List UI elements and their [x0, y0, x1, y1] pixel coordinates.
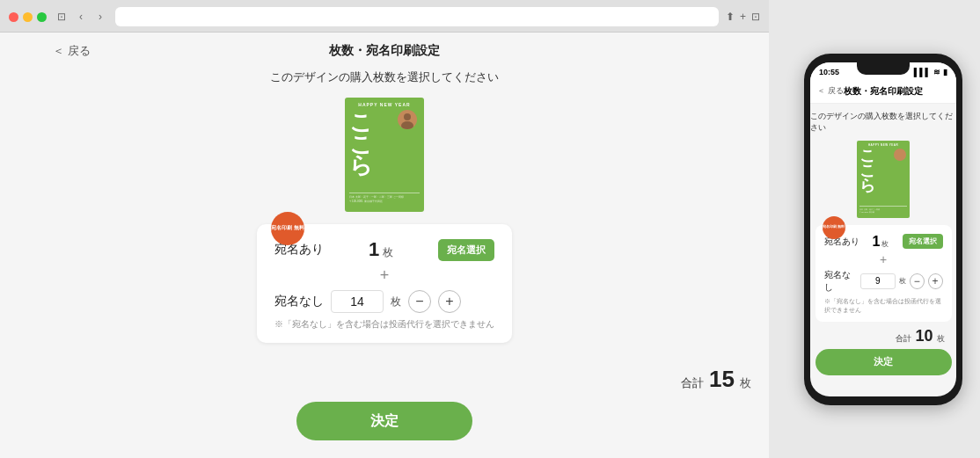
decrement-button[interactable]: −	[408, 290, 431, 313]
add-tab-icon[interactable]: +	[740, 11, 746, 23]
address-select-button[interactable]: 宛名選択	[438, 239, 494, 261]
phone-screen: 10:55 ▌▌▌ ≋ ▮ ＜ 戻る 枚数・宛名印刷設定 このデザインの購入枚数…	[810, 62, 956, 396]
card-year-number: こ こ ら	[349, 112, 372, 177]
decide-button[interactable]: 決定	[296, 402, 472, 440]
phone-subtitle: このデザインの購入枚数を選択してください	[810, 111, 956, 134]
minimize-button[interactable]	[23, 12, 33, 22]
phone-without-unit: 枚	[899, 276, 906, 286]
phone-page-title: 枚数・宛名印刷設定	[844, 85, 923, 98]
increment-button[interactable]: +	[438, 290, 461, 313]
phone-decide-button[interactable]: 決定	[815, 349, 952, 375]
phone-with-address-count: 1 枚	[873, 234, 889, 250]
phone-total-row: 合計 10 枚	[815, 327, 952, 345]
phone-frame: 10:55 ▌▌▌ ≋ ▮ ＜ 戻る 枚数・宛名印刷設定 このデザインの購入枚数…	[804, 54, 962, 405]
phone-add-row: +	[824, 252, 943, 266]
phone-without-address-label: 宛名なし	[824, 269, 857, 294]
total-number: 15	[709, 366, 735, 393]
page-subtitle: このデザインの購入枚数を選択してください	[270, 69, 499, 85]
without-address-unit: 枚	[391, 294, 401, 309]
phone-card-hny-text: HAPPY NEW YEAR	[857, 143, 910, 147]
phone-order-section: 宛名印刷 無料 宛名あり 1 枚 宛名選択 + 宛名なし	[815, 225, 952, 322]
phone-total-number: 10	[915, 327, 932, 345]
without-address-label: 宛名なし	[274, 294, 324, 309]
total-row: 合計 15 枚	[0, 366, 769, 393]
phone-total-label: 合計	[896, 333, 911, 345]
address-bar[interactable]	[115, 7, 719, 26]
browser-right-icons: ⬆ + ⊡	[726, 11, 760, 23]
close-button[interactable]	[9, 12, 18, 22]
with-address-row: 宛名あり 1 枚 宛名選択	[274, 238, 494, 261]
phone-card-preview: HAPPY NEW YEAR こ こ ら 日本 太郎・花子 ご一同様〒100-0…	[857, 141, 910, 218]
forward-nav-icon[interactable]: ›	[92, 9, 108, 25]
traffic-lights	[9, 12, 47, 22]
back-chevron-icon: ＜ 戻る	[53, 43, 91, 59]
badge-label: 宛名印刷 無料	[271, 212, 304, 245]
svg-point-1	[401, 121, 413, 129]
card-happy-new-year-text: HAPPY NEW YEAR	[345, 102, 424, 107]
sidebar-icon[interactable]: ⊡	[751, 11, 760, 23]
quantity-input[interactable]	[331, 290, 384, 313]
phone-without-address-row: 宛名なし 枚 − +	[824, 269, 943, 294]
browser-page: ＜ 戻る 枚数・宛名印刷設定 このデザインの購入枚数を選択してください HAPP…	[0, 33, 769, 458]
page-nav: ＜ 戻る 枚数・宛名印刷設定	[0, 33, 769, 69]
phone-notch	[857, 62, 910, 75]
note-text: ※「宛名なし」を含む場合は投函代行を選択できません	[274, 318, 494, 331]
back-nav-icon[interactable]: ‹	[73, 9, 89, 25]
phone-increment-button[interactable]: +	[928, 273, 943, 289]
phone-card-year: こ こ ら	[859, 149, 874, 193]
phone-add-icon[interactable]: +	[880, 252, 887, 266]
browser-controls: ⊡ ‹ ›	[54, 9, 108, 25]
page-title: 枚数・宛名印刷設定	[329, 43, 440, 59]
phone-with-address-unit: 枚	[881, 239, 889, 249]
phone-decrement-button[interactable]: −	[910, 273, 925, 289]
maximize-button[interactable]	[37, 12, 47, 22]
phone-note-text: ※「宛名なし」を含む場合は投函代行を選択できません	[824, 297, 943, 315]
add-btn-row: +	[274, 266, 494, 285]
phone-back-button[interactable]: ＜ 戻る	[817, 85, 844, 97]
browser-chrome: ⊡ ‹ › ⬆ + ⊡	[0, 0, 769, 33]
mobile-wrapper: 10:55 ▌▌▌ ≋ ▮ ＜ 戻る 枚数・宛名印刷設定 このデザインの購入枚数…	[804, 0, 980, 458]
phone-quantity-input[interactable]	[860, 273, 896, 289]
order-section: 宛名印刷 無料 宛名あり 1 枚 宛名選択 + 宛名なし 枚 − +	[257, 224, 512, 343]
phone-nav: ＜ 戻る 枚数・宛名印刷設定	[810, 80, 956, 104]
battery-icon: ▮	[943, 68, 947, 76]
phone-card-photo	[894, 149, 906, 161]
with-address-unit: 枚	[383, 245, 393, 260]
cellular-icon: ▌▌▌	[914, 68, 931, 76]
with-address-number: 1	[369, 238, 379, 261]
share-icon[interactable]: ⬆	[726, 11, 735, 23]
without-address-row: 宛名なし 枚 − +	[274, 290, 494, 313]
card-bottom-text: 日本 太郎・花子・一郎・二郎・三郎 ご一同様〒100-0001 東京都千代田区	[349, 193, 420, 204]
phone-address-select-button[interactable]: 宛名選択	[903, 234, 943, 249]
phone-status-icons: ▌▌▌ ≋ ▮	[914, 68, 947, 76]
svg-point-0	[404, 113, 411, 120]
total-label: 合計	[681, 375, 704, 391]
desktop-browser: ⊡ ‹ › ⬆ + ⊡ ＜ 戻る 枚数・宛名印刷設定 このデザインの購入枚数を選…	[0, 0, 769, 458]
back-button[interactable]: ＜ 戻る	[53, 43, 91, 59]
phone-with-address-number: 1	[873, 234, 881, 250]
phone-total-unit: 枚	[937, 333, 945, 345]
phone-card-bottom: 日本 太郎・花子 ご一同様〒100-0001 東京都	[859, 206, 907, 214]
card-preview: HAPPY NEW YEAR こ こ ら 日本 太郎・花子・一郎・二郎・三郎 ご…	[345, 98, 424, 212]
total-unit: 枚	[740, 375, 751, 391]
wifi-icon: ≋	[933, 68, 940, 76]
phone-badge-label: 宛名印刷 無料	[823, 216, 845, 239]
browser-window-icon: ⊡	[54, 9, 69, 25]
card-photo	[398, 110, 417, 129]
with-address-count: 1 枚	[369, 238, 393, 261]
phone-content: このデザインの購入枚数を選択してください HAPPY NEW YEAR こ こ …	[810, 104, 956, 396]
phone-time: 10:55	[819, 68, 839, 76]
add-icon[interactable]: +	[380, 266, 390, 285]
